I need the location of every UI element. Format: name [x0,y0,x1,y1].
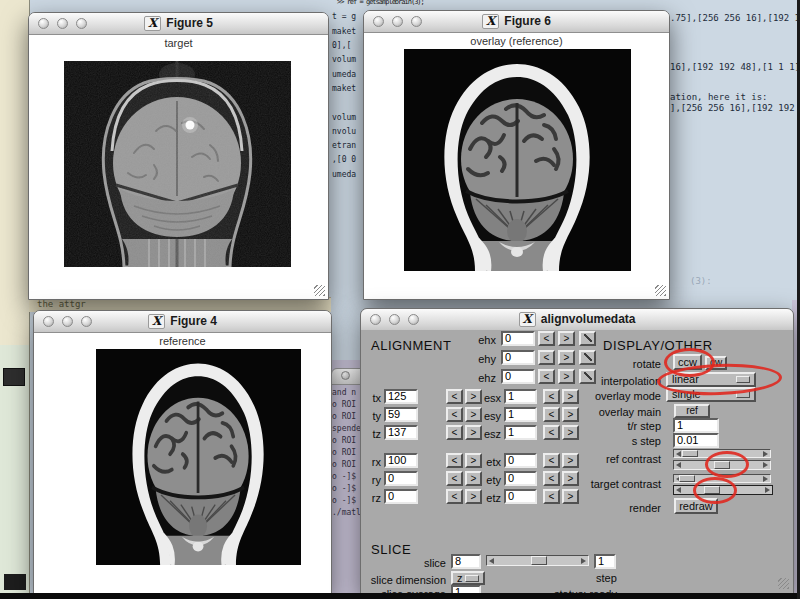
minimize-button[interactable] [392,16,403,27]
etx-increment-button[interactable]: > [562,453,579,468]
slider-left-arrow-icon[interactable] [676,462,681,468]
slider-left-arrow-icon[interactable] [489,558,494,564]
esz-input[interactable]: 1 [504,425,537,440]
rz-input[interactable]: 0 [384,489,418,504]
ehz-input[interactable]: 0 [501,369,535,384]
ehz-increment-button[interactable]: > [558,369,575,384]
ehx-slider-button[interactable] [579,331,596,346]
figure4-titlebar[interactable]: XFigure 4 [34,311,331,333]
alignment-header: ALIGNMENT [371,338,451,353]
figure5-titlebar[interactable]: XFigure 5 [29,13,328,35]
ry-input[interactable]: 0 [384,471,418,486]
slider-thumb[interactable] [682,450,698,457]
ety-decrement-button[interactable]: < [543,471,560,486]
ehx-increment-button[interactable]: > [558,331,575,346]
tx-input[interactable]: 125 [384,389,418,404]
esz-increment-button[interactable]: > [562,425,579,440]
ety-increment-button[interactable]: > [562,471,579,486]
alignvolumedata-titlebar[interactable]: Xalignvolumedata [361,309,793,331]
figure6-titlebar[interactable]: XFigure 6 [364,11,669,33]
figure6-window: XFigure 6 overlay (reference) [363,10,670,300]
close-button[interactable] [370,314,381,325]
close-button[interactable] [373,16,384,27]
slice-slider[interactable] [486,555,589,566]
terminal-fragment: maket [332,27,356,36]
ehx-input[interactable]: 0 [501,331,535,346]
esx-input[interactable]: 1 [504,389,537,404]
figure5-plot-title: target [29,37,328,49]
x11-icon: X [148,314,165,329]
rx-decrement-button[interactable]: < [446,453,463,468]
slider-right-arrow-icon[interactable] [763,451,768,457]
ehx-decrement-button[interactable]: < [538,331,555,346]
terminal-fragment: volum [332,55,356,64]
ehz-decrement-button[interactable]: < [538,369,555,384]
esx-decrement-button[interactable]: < [543,389,560,404]
slice-dimension-dropdown[interactable]: z [451,571,485,585]
slider-right-arrow-icon[interactable] [763,476,768,482]
etz-label: etz [479,492,501,504]
tz-label: tz [363,428,381,440]
slider-right-arrow-icon[interactable] [763,462,768,468]
dock-icon[interactable] [4,574,26,590]
etz-increment-button[interactable]: > [562,489,579,504]
zoom-button[interactable] [76,18,87,29]
ty-input[interactable]: 59 [384,407,418,422]
esx-label: esx [479,392,501,404]
etx-input[interactable]: 0 [504,453,537,468]
ehy-decrement-button[interactable]: < [538,350,555,365]
zoom-button[interactable] [408,314,419,325]
minimize-button[interactable] [389,314,400,325]
ehy-input[interactable]: 0 [501,350,535,365]
tz-decrement-button[interactable]: < [446,425,463,440]
slice-input[interactable]: 8 [451,554,481,569]
zoom-button[interactable] [81,316,92,327]
zoom-button[interactable] [411,16,422,27]
s-step-input[interactable]: 0.01 [673,433,719,448]
annotation-ring-ref-contrast [705,451,749,478]
small-window-icon[interactable] [3,368,25,386]
slider-left-arrow-icon[interactable] [676,451,681,457]
esy-decrement-button[interactable]: < [543,407,560,422]
resize-handle[interactable] [778,578,789,589]
etx-decrement-button[interactable]: < [543,453,560,468]
minimize-button[interactable] [62,316,73,327]
esx-increment-button[interactable]: > [562,389,579,404]
tx-decrement-button[interactable]: < [446,389,463,404]
ehy-increment-button[interactable]: > [558,350,575,365]
esy-increment-button[interactable]: > [562,407,579,422]
terminal-fragment: 0],[ [332,41,351,50]
figure5-window: XFigure 5 target [28,12,329,300]
close-button[interactable] [38,18,49,29]
tr-step-input[interactable]: 1 [673,418,719,433]
terminal-line: ],[256 256 16],[192 192 48], [670,103,800,113]
slider-thumb[interactable] [531,556,547,565]
overlay-main-button[interactable]: ref [674,404,710,418]
minimize-button[interactable] [57,18,68,29]
esz-decrement-button[interactable]: < [543,425,560,440]
slider-thumb[interactable] [679,475,695,482]
etz-input[interactable]: 0 [504,489,537,504]
rz-decrement-button[interactable]: < [446,489,463,504]
terminal2-line: o -]$ [332,472,356,481]
etz-decrement-button[interactable]: < [543,489,560,504]
ry-decrement-button[interactable]: < [446,471,463,486]
close-button[interactable] [341,371,350,380]
render-label: render [581,502,661,514]
step-input[interactable]: 1 [594,554,616,569]
close-button[interactable] [43,316,54,327]
ety-input[interactable]: 0 [504,471,537,486]
esy-input[interactable]: 1 [504,407,537,422]
tz-input[interactable]: 137 [384,425,418,440]
resize-handle[interactable] [655,285,666,296]
desktop: >> ref = getsamplebrain(3); .75],[256 25… [0,0,800,599]
resize-handle[interactable] [314,285,325,296]
terminal2-line: o ROI [332,460,356,469]
slider-left-arrow-icon[interactable] [676,487,681,493]
rx-input[interactable]: 100 [384,453,418,468]
ty-decrement-button[interactable]: < [446,407,463,422]
figure4-window: XFigure 4 reference [33,310,332,594]
slider-right-arrow-icon[interactable] [581,558,586,564]
ety-label: ety [479,474,501,486]
slider-right-arrow-icon[interactable] [765,487,770,493]
